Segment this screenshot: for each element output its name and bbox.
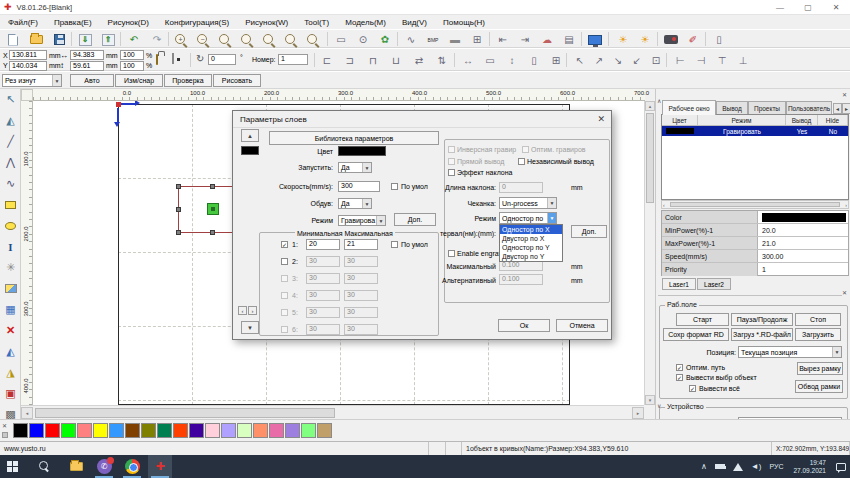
network-icon[interactable] <box>733 463 743 471</box>
minmax-row5-checkbox[interactable] <box>281 309 288 316</box>
rectangle-tool[interactable] <box>0 194 21 215</box>
x-position-input[interactable]: 130.811 <box>9 50 47 60</box>
grid-tool[interactable]: ▦ <box>0 299 21 320</box>
library-button[interactable]: Библиотека параметров <box>269 131 439 145</box>
mirror-h-left-icon[interactable]: ⊏ <box>318 53 336 68</box>
scroll-left-icon[interactable]: ◂ <box>21 407 33 419</box>
minmax-row4-checkbox[interactable] <box>281 292 288 299</box>
trace-frame-button[interactable]: Обвод рамки <box>795 380 843 393</box>
scroll-right-icon[interactable]: ▸ <box>632 407 644 419</box>
palette-swatch[interactable] <box>205 423 220 438</box>
layer-row-selected[interactable]: Гравировать Yes No <box>662 126 848 136</box>
palette-swatch[interactable] <box>157 423 172 438</box>
new-file-button[interactable] <box>4 32 22 47</box>
mirror-v-top-icon[interactable]: ⊓ <box>364 53 382 68</box>
palette-swatch[interactable] <box>77 423 92 438</box>
minmax-min-input[interactable]: 30 <box>306 256 340 267</box>
palette-swatch[interactable] <box>13 423 28 438</box>
tab-output[interactable]: Вывод <box>716 101 748 114</box>
laser-mark-icon[interactable]: ☀ <box>614 32 632 47</box>
position-select[interactable]: Текущая позиция▼ <box>738 346 842 358</box>
line-tool[interactable]: ╱ <box>0 131 21 152</box>
dropdown-option[interactable]: Двустор по X <box>500 234 562 243</box>
palette-drag-icon[interactable] <box>2 432 8 438</box>
zoom-selection-icon[interactable] <box>218 33 232 47</box>
layer-strip-swatch[interactable] <box>241 146 259 155</box>
measure-button[interactable]: Изм/снар <box>115 74 163 87</box>
slope-effect-checkbox[interactable] <box>448 169 455 176</box>
save-rd-button[interactable]: Сохр формат RD <box>663 328 729 341</box>
menu-work[interactable]: Рисунок(W) <box>237 15 296 29</box>
prop-row[interactable]: MinPower(%)-1 20.0 <box>662 224 848 237</box>
layer-up-icon[interactable]: ▲ <box>241 129 259 142</box>
prop-row[interactable]: Color <box>662 211 848 224</box>
maximize-button[interactable]: ▢ <box>794 0 822 15</box>
menu-edit[interactable]: Правка(E) <box>46 15 100 29</box>
tab-laser1[interactable]: Laser1 <box>662 278 696 290</box>
menu-draw[interactable]: Рисунок(D) <box>100 15 157 29</box>
start-button[interactable]: Старт <box>676 313 729 326</box>
interval-more-button[interactable]: Доп. <box>571 225 607 238</box>
scale-x-input[interactable]: 100 <box>120 50 144 60</box>
palette-swatch[interactable] <box>125 423 140 438</box>
align-bottom-left-icon[interactable]: ↙ <box>628 53 646 68</box>
minmax-min-input[interactable]: 30 <box>306 273 340 284</box>
curve-smooth-icon[interactable]: ∿ <box>402 32 420 47</box>
star-tool[interactable]: ✳ <box>0 257 21 278</box>
minmax-min-input[interactable]: 30 <box>306 324 340 335</box>
minmax-min-input[interactable]: 20 <box>306 239 340 250</box>
minmax-max-input[interactable]: 30 <box>344 290 378 301</box>
mirror-v-bottom-icon[interactable]: ⊔ <box>387 53 405 68</box>
angle-input[interactable]: 0 <box>208 54 236 65</box>
align-center-icon[interactable]: ⊡ <box>647 53 665 68</box>
download-button[interactable]: Загрузить <box>795 328 841 341</box>
palette-swatch[interactable] <box>109 423 124 438</box>
stop-button[interactable]: Стоп <box>795 313 841 326</box>
laser-mark2-icon[interactable]: ☀ <box>636 32 654 47</box>
palette-swatch[interactable] <box>301 423 316 438</box>
output-all-checkbox[interactable] <box>689 385 696 392</box>
direct-output-checkbox[interactable] <box>448 158 455 165</box>
plant-icon[interactable]: ✿ <box>376 32 394 47</box>
dialog-title-bar[interactable]: Параметры слоев <box>233 111 611 128</box>
menu-model[interactable]: Модель(M) <box>337 15 394 29</box>
selection-handle[interactable] <box>176 230 181 235</box>
palette-swatch[interactable] <box>317 423 332 438</box>
tab-scroll-right-icon[interactable]: ► <box>842 103 850 114</box>
same-size-icon[interactable]: ▭ <box>481 53 499 68</box>
minmax-min-input[interactable]: 30 <box>306 290 340 301</box>
open-file-button[interactable] <box>27 32 45 47</box>
lock-ratio-icon[interactable] <box>156 55 158 64</box>
cloud-icon[interactable]: ☁ <box>538 32 556 47</box>
select-tool[interactable]: ↖ <box>0 89 21 110</box>
palette-swatch[interactable] <box>141 423 156 438</box>
palette-swatch[interactable] <box>253 423 268 438</box>
same-height-icon[interactable]: ↕ <box>503 53 521 68</box>
scan-mode-select[interactable]: Одностор по▼ <box>499 212 557 224</box>
cut-frame-button[interactable]: Вырез рамку <box>797 362 843 375</box>
space-h-icon[interactable]: ⇤ <box>494 32 512 47</box>
y-position-input[interactable]: 140.034 <box>9 61 47 71</box>
flip-v-icon[interactable]: ⇅ <box>433 53 451 68</box>
layer-color-button[interactable] <box>338 146 386 156</box>
palette-swatch[interactable] <box>189 423 204 438</box>
minmax-max-input[interactable]: 30 <box>344 307 378 318</box>
layers-scroll-left-icon[interactable]: ‹ <box>663 202 665 208</box>
minmax-max-input[interactable]: 30 <box>344 273 378 284</box>
horizontal-scrollbar[interactable]: ◂ ▸ <box>21 405 644 419</box>
minmax-row2-checkbox[interactable] <box>281 258 288 265</box>
prop-row[interactable]: Speed(mm/s) 300.00 <box>662 250 848 263</box>
layers-scroll-thumb[interactable] <box>670 202 840 207</box>
equal-space-icon[interactable]: ▯ <box>525 53 543 68</box>
inverse-engrave-checkbox[interactable] <box>448 146 455 153</box>
slope-length-input[interactable]: 0 <box>499 182 543 193</box>
minmax-max-input[interactable]: 30 <box>344 324 378 335</box>
mirror-b-tool[interactable]: ◮ <box>0 362 21 383</box>
dropdown-option-selected[interactable]: Одностор по X <box>500 225 562 234</box>
enable-engrave-checkbox[interactable] <box>448 250 455 257</box>
cancel-button[interactable]: Отмена <box>556 319 608 332</box>
notification-icon[interactable] <box>836 463 846 471</box>
polyline-tool[interactable]: ⋀ <box>0 152 21 173</box>
text-tool[interactable]: I <box>0 236 21 257</box>
zoom-out-icon[interactable]: − <box>196 33 210 47</box>
